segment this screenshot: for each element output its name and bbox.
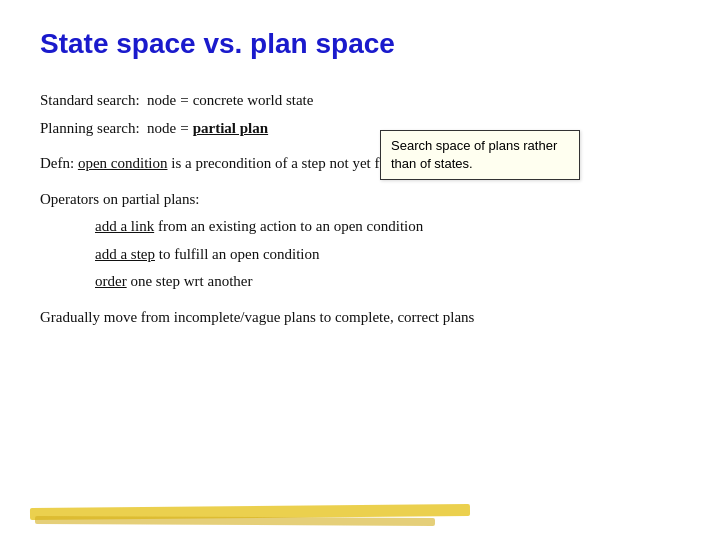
slide-content: Standard search: node = concrete world s…: [40, 88, 680, 330]
planning-search-label: Planning search: node: [40, 116, 176, 142]
add-step-term: add a step: [95, 242, 155, 268]
op2-rest: to fulfill an open condition: [155, 242, 320, 268]
order-term: order: [95, 269, 127, 295]
op1-rest: from an existing action to an open condi…: [154, 214, 423, 240]
partial-plan-term: partial plan: [193, 116, 268, 142]
defn-line: Defn: open condition is a precondition o…: [40, 151, 680, 177]
concrete-world-text: concrete world state: [193, 88, 314, 114]
slide-title: State space vs. plan space: [40, 28, 680, 60]
operators-label: Operators on partial plans:: [40, 187, 200, 213]
slide: State space vs. plan space Standard sear…: [0, 0, 720, 540]
highlighter-bar-2: [35, 516, 435, 526]
conclusion-line: Gradually move from incomplete/vague pla…: [40, 305, 680, 331]
add-link-term: add a link: [95, 214, 154, 240]
planning-search-line: Planning search: node = partial plan: [40, 116, 680, 142]
open-condition-term: open condition: [78, 151, 168, 177]
op3-line: order one step wrt another: [40, 269, 680, 295]
defn-label: Defn:: [40, 151, 78, 177]
eq1: =: [180, 88, 188, 114]
standard-search-line: Standard search: node = concrete world s…: [40, 88, 680, 114]
conclusion-text: Gradually move from incomplete/vague pla…: [40, 305, 474, 331]
op3-rest: one step wrt another: [127, 269, 253, 295]
operators-label-line: Operators on partial plans:: [40, 187, 680, 213]
tooltip-text: Search space of plans rather than of sta…: [391, 138, 557, 171]
op1-line: add a link from an existing action to an…: [40, 214, 680, 240]
eq2: =: [180, 116, 188, 142]
op2-line: add a step to fulfill an open condition: [40, 242, 680, 268]
tooltip-box: Search space of plans rather than of sta…: [380, 130, 580, 180]
standard-search-text: Standard search: node: [40, 88, 176, 114]
